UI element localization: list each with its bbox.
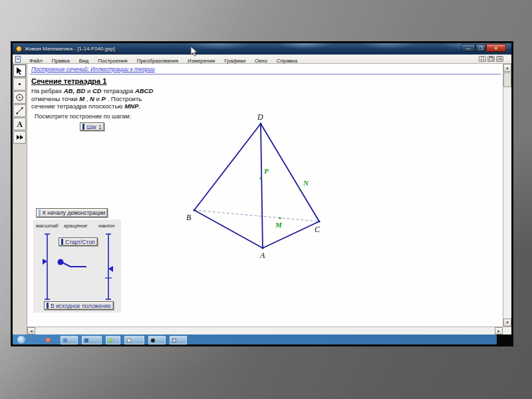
selection-arrow-tool[interactable] bbox=[13, 65, 26, 77]
taskbar-app-icon bbox=[151, 338, 155, 342]
tetrahedron-edge-AC[interactable] bbox=[263, 221, 319, 248]
scroll-down-button[interactable]: ▼ bbox=[503, 319, 511, 327]
menu-item[interactable]: Правка bbox=[47, 58, 74, 64]
point-label-N: N bbox=[303, 179, 309, 187]
horizontal-scrollbar[interactable]: ◄ ► bbox=[27, 327, 511, 334]
taskbar-button[interactable] bbox=[170, 336, 187, 344]
taskbar-button[interactable] bbox=[82, 336, 102, 344]
mdi-restore-button[interactable]: ❐ bbox=[487, 56, 495, 62]
menu-item[interactable]: Окно bbox=[250, 58, 272, 64]
sketch-canvas[interactable]: Построение сечений: Иллюстрации к теории… bbox=[27, 64, 503, 327]
custom-tool[interactable] bbox=[13, 131, 26, 144]
marked-point-P[interactable] bbox=[259, 177, 261, 179]
tetrahedron-edge-DA[interactable] bbox=[261, 124, 263, 248]
marked-point-M[interactable] bbox=[279, 217, 281, 219]
steps-prompt: Посмотрите построение по шагам: bbox=[35, 113, 131, 120]
menu-item[interactable]: Измерения bbox=[183, 58, 219, 64]
to-demo-start-button[interactable]: К началу демонстрации bbox=[36, 208, 108, 217]
menu-item[interactable]: Графики bbox=[219, 58, 250, 64]
vertex-A[interactable] bbox=[261, 247, 263, 249]
start-button[interactable] bbox=[17, 336, 25, 344]
page-title-link[interactable]: Построение сечений: Иллюстрации к теории bbox=[31, 66, 155, 72]
vertex-label-A: A bbox=[259, 251, 265, 259]
tilt-slider[interactable] bbox=[103, 233, 114, 301]
vertex-D[interactable] bbox=[259, 122, 261, 124]
button-tab-marker bbox=[82, 124, 84, 130]
text-tool[interactable]: A bbox=[13, 118, 26, 130]
tetrahedron-edge-DB[interactable] bbox=[194, 124, 261, 210]
horizontal-scroll-track[interactable] bbox=[35, 327, 495, 334]
rotation-label: вращение bbox=[64, 223, 87, 229]
menu-item[interactable]: Построения bbox=[93, 58, 132, 64]
vertical-scroll-thumb[interactable] bbox=[503, 72, 511, 87]
section-heading: Сечение тетраэдра 1 bbox=[31, 77, 106, 85]
problem-text: На ребрах AB, BD и CD тетраэдра ABCDотме… bbox=[31, 87, 191, 110]
minimize-button[interactable]: — bbox=[461, 44, 475, 52]
mdi-restore-icon: ❐ bbox=[489, 57, 493, 62]
tetrahedron-figure[interactable]: DBCAPNM bbox=[180, 106, 332, 259]
compass-tool[interactable] bbox=[13, 91, 26, 104]
app-window: Живая Математика - [1-14-F040.gsp] — ❐ ✕… bbox=[13, 43, 511, 334]
vertex-label-D: D bbox=[257, 112, 263, 122]
taskbar-red-icon[interactable] bbox=[46, 338, 51, 342]
mouse-cursor-icon bbox=[190, 46, 198, 57]
start-stop-label: Старт/Стоп bbox=[65, 239, 95, 245]
reset-position-button[interactable]: В исходное положение bbox=[44, 301, 114, 310]
close-button[interactable]: ✕ bbox=[486, 44, 506, 52]
taskbar-button[interactable] bbox=[124, 336, 144, 344]
scroll-up-icon: ▲ bbox=[505, 66, 509, 70]
close-icon: ✕ bbox=[494, 46, 498, 51]
screenshot-frame: Живая Математика - [1-14-F040.gsp] — ❐ ✕… bbox=[11, 41, 513, 346]
minimize-icon: — bbox=[466, 46, 471, 51]
menu-item[interactable]: Справка bbox=[272, 58, 302, 64]
menu-item[interactable]: Вид bbox=[74, 58, 93, 64]
window-title: Живая Математика - [1-14-F040.gsp] bbox=[25, 46, 115, 52]
vertex-C[interactable] bbox=[318, 220, 320, 222]
point-label-P: P bbox=[264, 167, 269, 175]
vertical-scrollbar[interactable]: ▲ ▼ bbox=[503, 64, 511, 327]
vertex-label-B: B bbox=[186, 213, 192, 222]
scale-slider[interactable] bbox=[42, 233, 53, 301]
tetrahedron-edge-DC[interactable] bbox=[261, 124, 319, 221]
segment-icon bbox=[15, 106, 24, 115]
taskbar-app-icon bbox=[63, 338, 67, 342]
step1-button[interactable]: Шаг 1 bbox=[80, 122, 104, 131]
tool-palette: A bbox=[13, 64, 27, 334]
taskbar-button[interactable] bbox=[106, 336, 120, 344]
taskbar-button[interactable] bbox=[148, 336, 166, 344]
to-demo-start-label: К началу демонстрации bbox=[43, 209, 105, 216]
taskbar-button[interactable] bbox=[61, 336, 78, 344]
marked-point-N[interactable] bbox=[299, 188, 301, 190]
header-divider bbox=[30, 74, 501, 74]
scale-label: масштаб bbox=[36, 223, 59, 229]
tilt-slider-handle[interactable] bbox=[108, 266, 113, 272]
vertex-label-C: C bbox=[315, 225, 321, 234]
scroll-up-button[interactable]: ▲ bbox=[503, 64, 511, 72]
point-tool[interactable] bbox=[13, 78, 26, 90]
button-tab-marker bbox=[39, 209, 41, 216]
rotation-crank[interactable] bbox=[53, 255, 90, 272]
menu-items: ФайлПравкаВидПостроенияПреобразованияИзм… bbox=[25, 53, 302, 65]
scroll-left-button[interactable]: ◄ bbox=[27, 327, 35, 334]
rotation-crank-handle[interactable] bbox=[58, 259, 64, 265]
vertex-B[interactable] bbox=[193, 209, 195, 211]
button-tab-marker bbox=[61, 239, 63, 245]
tetrahedron-edge-BC[interactable] bbox=[194, 210, 319, 221]
mdi-close-button[interactable]: ✕ bbox=[496, 56, 503, 62]
straightedge-tool[interactable] bbox=[13, 104, 26, 117]
tilt-label: наклон bbox=[98, 223, 114, 229]
menu-item[interactable]: Преобразования bbox=[132, 58, 183, 64]
taskbar-app-icon bbox=[108, 338, 112, 342]
menu-item[interactable]: Файл bbox=[25, 58, 47, 64]
scroll-right-button[interactable]: ► bbox=[495, 327, 503, 334]
mdi-minimize-button[interactable]: – bbox=[479, 56, 486, 62]
button-tab-marker bbox=[47, 303, 49, 309]
scale-slider-handle[interactable] bbox=[43, 259, 47, 265]
circle-icon bbox=[15, 93, 24, 102]
svg-text:A: A bbox=[17, 120, 23, 128]
maximize-button[interactable]: ❐ bbox=[475, 44, 486, 52]
maximize-icon: ❐ bbox=[479, 46, 483, 51]
start-stop-button[interactable]: Старт/Стоп bbox=[59, 237, 98, 246]
tetrahedron-edge-BA[interactable] bbox=[194, 210, 263, 248]
menu-bar: ФайлПравкаВидПостроенияПреобразованияИзм… bbox=[13, 55, 511, 64]
